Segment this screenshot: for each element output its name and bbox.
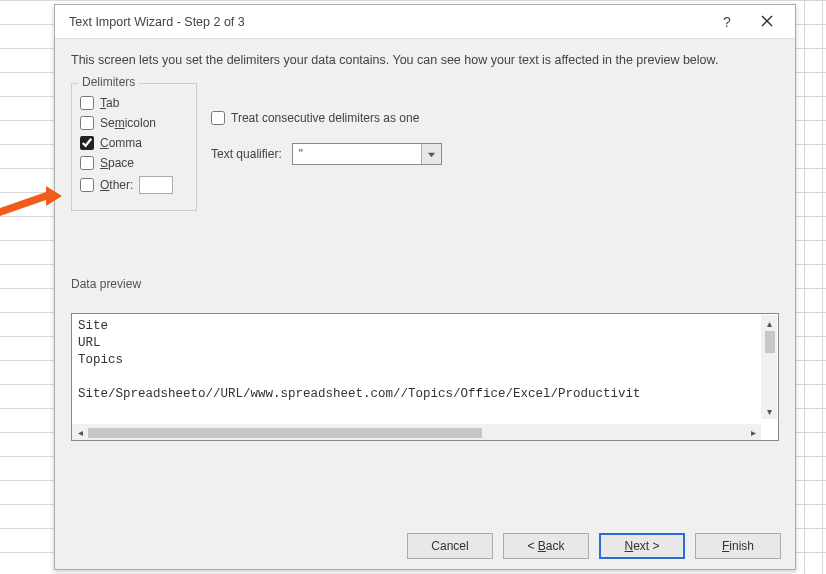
delimiter-comma-checkbox[interactable] bbox=[80, 136, 94, 150]
data-preview-label: Data preview bbox=[71, 277, 779, 291]
text-qualifier-value: " bbox=[293, 147, 421, 161]
h-scroll-thumb[interactable] bbox=[88, 428, 482, 438]
next-button[interactable]: Next > bbox=[599, 533, 685, 559]
delimiter-comma-label: Comma bbox=[100, 136, 142, 150]
delimiter-space-label: Space bbox=[100, 156, 134, 170]
treat-consecutive-label: Treat consecutive delimiters as one bbox=[231, 111, 419, 125]
wizard-description: This screen lets you set the delimiters … bbox=[71, 51, 779, 69]
data-preview-box: Site URL Topics Site/Spreadsheeto//URL/w… bbox=[71, 313, 779, 441]
delimiter-space-checkbox[interactable] bbox=[80, 156, 94, 170]
text-import-wizard-dialog: Text Import Wizard - Step 2 of 3 ? This … bbox=[54, 4, 796, 570]
treat-consecutive-checkbox[interactable] bbox=[211, 111, 225, 125]
delimiter-comma[interactable]: Comma bbox=[80, 136, 188, 150]
treat-consecutive-row[interactable]: Treat consecutive delimiters as one bbox=[211, 111, 442, 125]
dialog-button-bar: Cancel < Back Next > Finish bbox=[55, 523, 795, 569]
delimiter-space[interactable]: Space bbox=[80, 156, 188, 170]
close-button[interactable] bbox=[747, 13, 787, 30]
scroll-down-icon[interactable]: ▾ bbox=[761, 403, 777, 419]
svg-marker-3 bbox=[428, 152, 435, 157]
cancel-button[interactable]: Cancel bbox=[407, 533, 493, 559]
v-scroll-thumb[interactable] bbox=[765, 331, 775, 353]
delimiter-semicolon-label: Semicolon bbox=[100, 116, 156, 130]
data-preview-content: Site URL Topics Site/Spreadsheeto//URL/w… bbox=[72, 314, 778, 424]
text-qualifier-row: Text qualifier: " bbox=[211, 143, 442, 165]
chevron-down-icon bbox=[427, 150, 436, 159]
scroll-up-icon[interactable]: ▴ bbox=[761, 315, 777, 331]
preview-vertical-scrollbar[interactable]: ▴ ▾ bbox=[761, 315, 777, 419]
window-title: Text Import Wizard - Step 2 of 3 bbox=[69, 15, 707, 29]
delimiters-fieldset: Delimiters Tab Semicolon Comma Space bbox=[71, 83, 197, 211]
scroll-right-icon[interactable]: ▸ bbox=[745, 424, 761, 440]
text-qualifier-select[interactable]: " bbox=[292, 143, 442, 165]
text-qualifier-label: Text qualifier: bbox=[211, 147, 282, 161]
delimiter-tab[interactable]: Tab bbox=[80, 96, 188, 110]
delimiter-other-label: Other: bbox=[100, 178, 133, 192]
delimiter-semicolon-checkbox[interactable] bbox=[80, 116, 94, 130]
delimiter-other[interactable]: Other: bbox=[80, 176, 188, 194]
back-button[interactable]: < Back bbox=[503, 533, 589, 559]
text-qualifier-dropdown-button[interactable] bbox=[421, 144, 441, 164]
delimiter-other-checkbox[interactable] bbox=[80, 178, 94, 192]
preview-horizontal-scrollbar[interactable]: ◂ ▸ bbox=[72, 424, 761, 440]
close-icon bbox=[761, 15, 773, 27]
delimiter-tab-checkbox[interactable] bbox=[80, 96, 94, 110]
titlebar: Text Import Wizard - Step 2 of 3 ? bbox=[55, 5, 795, 39]
delimiters-legend: Delimiters bbox=[78, 75, 139, 89]
delimiter-other-input[interactable] bbox=[139, 176, 173, 194]
help-button[interactable]: ? bbox=[707, 14, 747, 30]
delimiter-tab-label: Tab bbox=[100, 96, 119, 110]
delimiter-semicolon[interactable]: Semicolon bbox=[80, 116, 188, 130]
scroll-left-icon[interactable]: ◂ bbox=[72, 424, 88, 440]
finish-button[interactable]: Finish bbox=[695, 533, 781, 559]
